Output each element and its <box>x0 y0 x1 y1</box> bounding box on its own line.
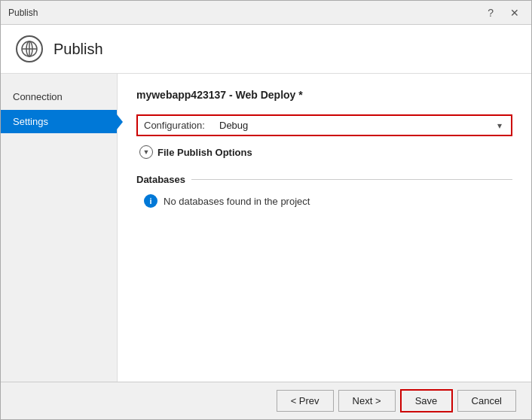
sidebar-item-connection[interactable]: Connection <box>1 85 117 108</box>
databases-title: Databases <box>136 174 185 185</box>
body: Connection Settings mywebapp423137 - Web… <box>1 74 531 382</box>
save-button[interactable]: Save <box>400 389 453 412</box>
sidebar-item-settings[interactable]: Settings <box>1 110 117 133</box>
file-publish-row: ▼ File Publish Options <box>136 145 512 159</box>
databases-header: Databases <box>136 174 512 185</box>
prev-button[interactable]: < Prev <box>277 390 334 412</box>
info-icon: i <box>144 194 157 208</box>
help-button[interactable]: ? <box>483 6 498 20</box>
file-publish-label[interactable]: File Publish Options <box>157 147 252 158</box>
close-button[interactable]: ✕ <box>506 6 524 20</box>
dialog-title: Publish <box>8 8 38 18</box>
no-db-text: No databases found in the project <box>164 196 310 207</box>
config-select[interactable]: Debug Release <box>219 120 255 131</box>
content-subtitle: mywebapp423137 - Web Deploy * <box>136 89 512 101</box>
sidebar: Connection Settings <box>1 74 118 382</box>
databases-divider <box>191 179 512 180</box>
configuration-row: Configuration: Debug Release <box>136 114 512 136</box>
content-area: mywebapp423137 - Web Deploy * Configurat… <box>118 74 531 382</box>
no-databases-row: i No databases found in the project <box>136 194 512 208</box>
databases-section: Databases i No databases found in the pr… <box>136 174 512 208</box>
header-title: Publish <box>54 41 103 58</box>
globe-icon <box>16 35 43 62</box>
config-label: Configuration: <box>144 120 212 131</box>
title-bar-left: Publish <box>8 8 38 18</box>
next-button[interactable]: Next > <box>338 390 396 412</box>
title-bar: Publish ? ✕ <box>1 1 531 25</box>
file-publish-toggle[interactable]: ▼ <box>139 145 153 159</box>
publish-dialog: Publish ? ✕ Publish Connection Settings <box>0 0 532 420</box>
footer: < Prev Next > Save Cancel <box>1 382 531 419</box>
config-select-wrapper: Debug Release <box>219 120 505 131</box>
header: Publish <box>1 25 531 74</box>
title-bar-right: ? ✕ <box>483 6 524 20</box>
cancel-button[interactable]: Cancel <box>457 390 516 412</box>
